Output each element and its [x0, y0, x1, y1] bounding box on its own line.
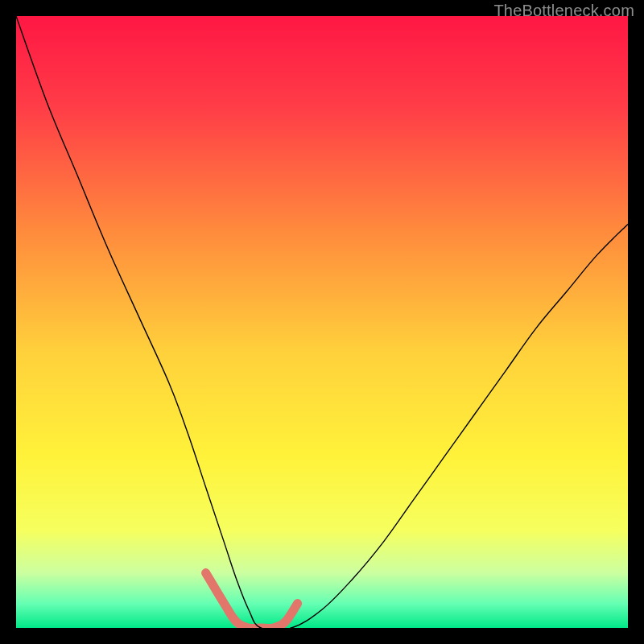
svg-rect-0	[16, 16, 628, 628]
background-gradient	[16, 16, 628, 628]
plot-area	[16, 16, 628, 628]
watermark-text: TheBottleneck.com	[493, 2, 634, 20]
bottleneck-chart: TheBottleneck.com	[0, 0, 644, 644]
